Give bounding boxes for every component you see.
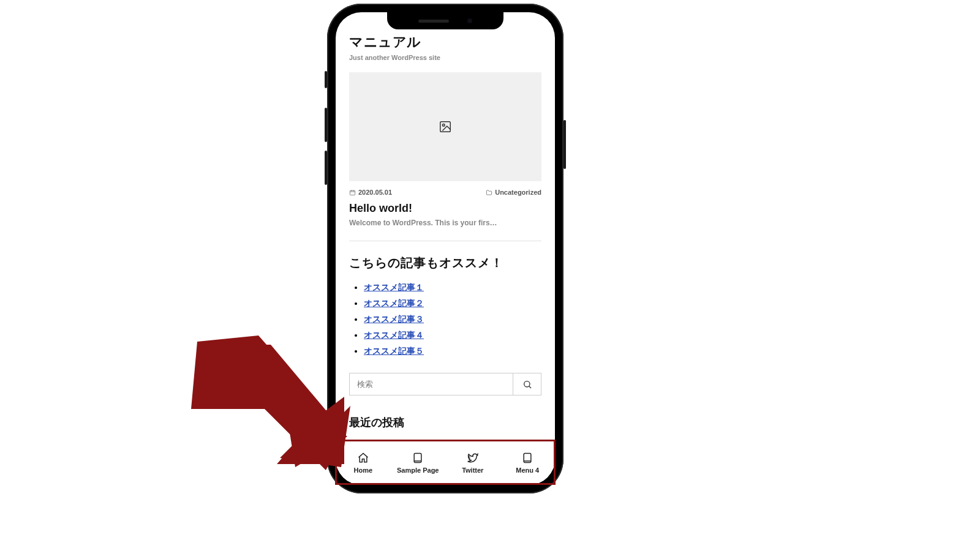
side-button [325, 71, 327, 88]
svg-rect-0 [440, 122, 451, 132]
image-icon [439, 120, 452, 133]
recommend-link[interactable]: オススメ記事５ [364, 346, 424, 356]
post-category-text: Uncategorized [495, 189, 541, 196]
side-button [564, 120, 566, 169]
recommend-list: オススメ記事１ オススメ記事２ オススメ記事３ オススメ記事４ オススメ記事５ [364, 282, 541, 357]
folder-icon [486, 189, 492, 196]
search-input[interactable] [350, 373, 513, 395]
post-meta: 2020.05.01 Uncategorized [349, 189, 541, 196]
nav-home[interactable]: Home [336, 440, 391, 485]
post-thumbnail-placeholder[interactable] [349, 72, 541, 181]
side-button [325, 151, 327, 185]
nav-label: Menu 4 [516, 467, 539, 474]
phone-notch [387, 12, 503, 29]
post-date: 2020.05.01 [349, 189, 392, 196]
phone-screen: マニュアル Just another WordPress site 2020.0… [336, 12, 555, 485]
list-item: オススメ記事３ [364, 314, 541, 325]
nav-label: Sample Page [397, 467, 439, 474]
home-icon [357, 452, 369, 464]
svg-marker-6 [191, 335, 344, 470]
nav-menu-4[interactable]: Menu 4 [500, 440, 556, 485]
list-item: オススメ記事５ [364, 346, 541, 357]
annotation-arrow [191, 335, 350, 470]
recommend-link[interactable]: オススメ記事３ [364, 314, 424, 324]
recommend-link[interactable]: オススメ記事２ [364, 298, 424, 308]
list-item: オススメ記事４ [364, 330, 541, 341]
footer-nav: Home Sample Page Twitter Menu 4 [336, 440, 555, 485]
svg-point-3 [524, 381, 529, 386]
site-title[interactable]: マニュアル [349, 33, 541, 51]
divider [349, 241, 541, 241]
svg-point-1 [442, 124, 445, 126]
list-item: オススメ記事１ [364, 282, 541, 293]
page-icon [412, 452, 424, 464]
nav-label: Twitter [462, 467, 483, 474]
post-title[interactable]: Hello world! [349, 202, 541, 215]
post-excerpt: Welcome to WordPress. This is your firs… [349, 219, 541, 227]
calendar-icon [349, 189, 356, 196]
post-date-text: 2020.05.01 [358, 189, 392, 196]
page-icon [521, 452, 533, 464]
nav-label: Home [353, 467, 372, 474]
recommend-heading: こちらの記事もオススメ！ [349, 255, 541, 271]
search-form [349, 373, 541, 395]
recent-posts-heading: 最近の投稿 [349, 415, 541, 430]
nav-twitter[interactable]: Twitter [445, 440, 500, 485]
svg-marker-8 [197, 342, 271, 403]
svg-marker-9 [203, 348, 344, 464]
phone-frame: マニュアル Just another WordPress site 2020.0… [327, 4, 564, 493]
recommend-link[interactable]: オススメ記事４ [364, 330, 424, 340]
post-category[interactable]: Uncategorized [486, 189, 541, 196]
search-icon [522, 380, 532, 389]
svg-rect-2 [350, 190, 355, 195]
page-content: マニュアル Just another WordPress site 2020.0… [336, 12, 555, 440]
nav-sample-page[interactable]: Sample Page [391, 440, 446, 485]
search-button[interactable] [513, 373, 541, 395]
site-tagline: Just another WordPress site [349, 54, 541, 61]
side-button [325, 108, 327, 142]
recommend-link[interactable]: オススメ記事１ [364, 282, 424, 292]
list-item: オススメ記事２ [364, 298, 541, 309]
twitter-icon [467, 452, 479, 464]
